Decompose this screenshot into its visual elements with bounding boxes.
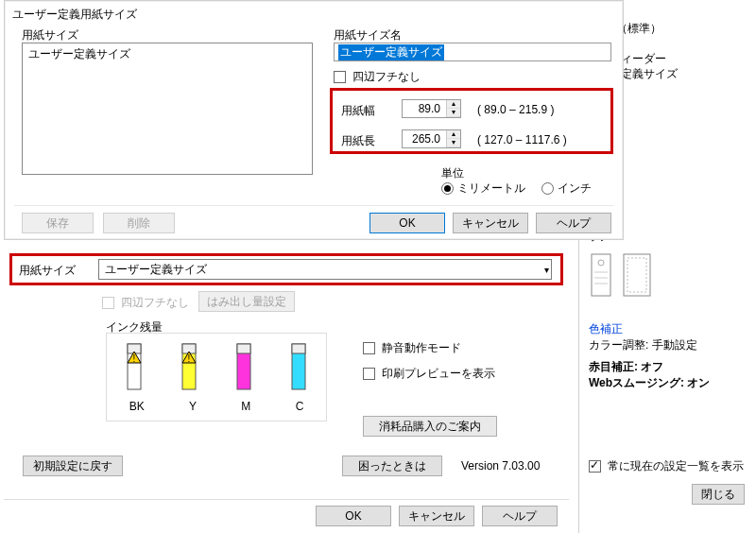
paper-size-list-label: 用紙サイズ [22, 27, 78, 43]
close-button[interactable]: 閉じる [692, 484, 745, 505]
main-ok-button[interactable]: OK [316, 506, 391, 526]
paper-size-listbox[interactable]: ユーザー定義サイズ [22, 43, 313, 175]
length-input[interactable] [403, 130, 446, 147]
main-help-button[interactable]: ヘルプ [482, 506, 558, 526]
unit-mm-radio[interactable]: ミリメートル [441, 181, 525, 195]
paper-size-value: ユーザー定義サイズ [105, 262, 207, 278]
dialog-ok-button[interactable]: OK [369, 213, 445, 233]
svg-rect-15 [237, 344, 250, 353]
svg-rect-17 [292, 344, 305, 353]
spin-down-icon[interactable]: ▾ [447, 109, 460, 117]
redeye: 赤目補正: オフ [589, 359, 747, 375]
show-settings-list-label: 常に現在の設定一覧を表示 [608, 459, 744, 473]
ink-name: BK [129, 400, 145, 413]
list-item[interactable]: ユーザー定義サイズ [23, 43, 312, 65]
borderless-label: 四辺フチなし [121, 296, 189, 309]
width-label: 用紙幅 [341, 103, 375, 119]
ink-cartridge: ! [175, 338, 203, 400]
ink-cartridge: ! [120, 338, 148, 400]
websmoothing: Webスムージング: オン [589, 375, 747, 391]
svg-text:!: ! [188, 353, 191, 364]
troubleshoot-button[interactable]: 困ったときは [342, 456, 442, 476]
print-preview-label: 印刷プレビューを表示 [382, 367, 495, 380]
paper-icon [591, 253, 611, 297]
show-settings-list-checkbox[interactable] [589, 460, 601, 473]
delete-button: 削除 [103, 213, 175, 233]
spin-down-icon[interactable]: ▾ [447, 139, 460, 147]
color-adjust: カラー調整: 手動設定 [589, 337, 747, 353]
dialog-cancel-button[interactable]: キャンセル [453, 213, 528, 233]
borderless-checkbox [102, 297, 114, 309]
quiet-mode-label: 静音動作モード [382, 341, 461, 354]
ink-cartridge [284, 338, 313, 400]
dialog-title: ユーザー定義用紙サイズ [12, 7, 137, 23]
paper-name-label: 用紙サイズ名 [334, 27, 402, 43]
width-range: ( 89.0 – 215.9 ) [477, 103, 554, 116]
dialog-borderless-label: 四辺フチなし [352, 70, 421, 83]
chevron-down-icon: ▾ [544, 265, 549, 275]
dialog-borderless-checkbox[interactable] [334, 71, 346, 83]
width-spinner[interactable]: ▴▾ [402, 99, 461, 118]
quiet-mode-checkbox[interactable] [363, 342, 375, 354]
ink-name: Y [189, 400, 197, 413]
dialog-help-button[interactable]: ヘルプ [536, 213, 611, 233]
length-spinner[interactable]: ▴▾ [402, 129, 461, 148]
ink-cartridge [230, 338, 258, 400]
svg-rect-0 [592, 254, 610, 296]
svg-text:!: ! [133, 353, 136, 364]
length-label: 用紙長 [341, 133, 375, 149]
paper-size-label: 用紙サイズ [19, 263, 76, 279]
length-range: ( 127.0 – 1117.6 ) [477, 133, 567, 146]
ink-name: C [296, 400, 304, 413]
ink-name: M [241, 400, 250, 413]
main-cancel-button[interactable]: キャンセル [399, 506, 474, 526]
paper-name-input[interactable]: ユーザー定義サイズ [334, 43, 611, 61]
color-correction-header: 色補正 [589, 321, 747, 337]
consumables-button[interactable]: 消耗品購入のご案内 [363, 416, 497, 437]
stamp-icon [623, 253, 651, 297]
width-input[interactable] [403, 100, 446, 117]
unit-label: 単位 [441, 165, 464, 181]
reset-defaults-button[interactable]: 初期設定に戻す [23, 456, 123, 476]
version-label: Version 7.03.00 [461, 459, 540, 473]
unit-inch-radio[interactable]: インチ [541, 181, 592, 195]
paper-size-dropdown[interactable]: ユーザー定義サイズ ▾ [98, 259, 552, 280]
print-preview-checkbox[interactable] [363, 368, 375, 380]
overflow-settings-button: はみ出し量設定 [198, 291, 295, 312]
save-button: 保存 [22, 213, 94, 233]
